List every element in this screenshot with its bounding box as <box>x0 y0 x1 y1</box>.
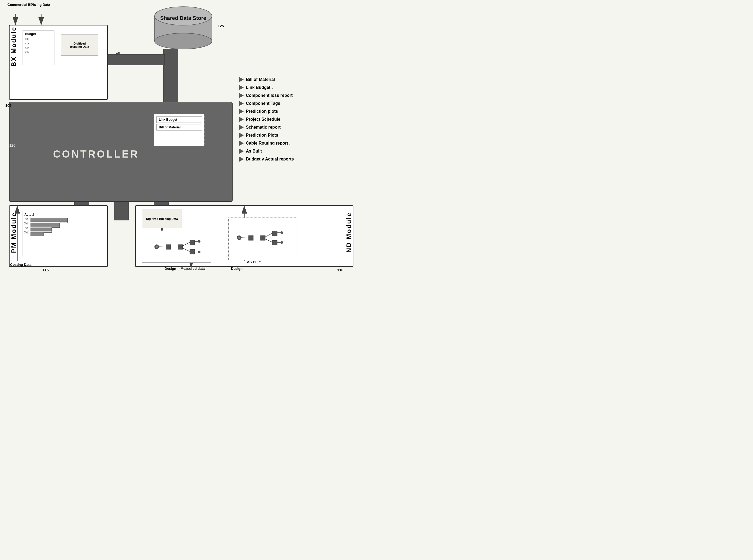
svg-point-35 <box>156 246 158 248</box>
link-bom-box: Link Budget Bill of Material <box>154 114 205 146</box>
svg-rect-50 <box>249 236 253 240</box>
svg-rect-31 <box>31 223 60 226</box>
output-arrow-4 <box>239 101 244 106</box>
svg-line-42 <box>159 247 166 247</box>
staircase-chart <box>30 218 73 241</box>
output-arrow-3 <box>239 93 244 98</box>
svg-line-45 <box>183 248 190 252</box>
ref-115: 115 <box>42 268 49 272</box>
output-list: Bill of Material Link Budget . Component… <box>239 77 366 164</box>
svg-rect-51 <box>260 236 265 240</box>
budget-row-3: xxx <box>25 45 52 50</box>
budget-row-4: xxx <box>25 50 52 54</box>
design-label-bottom: Design <box>165 266 176 271</box>
ref-125: 125 <box>218 24 224 28</box>
svg-line-59 <box>265 239 272 242</box>
output-arrow-11 <box>239 157 244 162</box>
svg-rect-12 <box>114 202 129 220</box>
svg-line-44 <box>183 242 190 246</box>
svg-point-29 <box>155 33 212 49</box>
svg-rect-8 <box>163 49 178 102</box>
output-item-6: Project Schedule <box>239 117 366 122</box>
svg-rect-30 <box>31 218 68 222</box>
output-label-4: Component Tags <box>246 101 280 106</box>
svg-rect-37 <box>178 245 183 249</box>
ref-120: 120 <box>9 143 15 147</box>
budget-title: Budget <box>25 32 52 36</box>
design-box <box>142 231 211 263</box>
actual-rows: yyy yyy yyy yyy <box>24 217 95 242</box>
output-label-1: Bill of Material <box>246 77 275 82</box>
output-label-10: As Built <box>246 149 262 154</box>
output-item-11: Budget v Actual reports <box>239 157 366 162</box>
actual-label-yyy-3: yyy <box>24 226 28 229</box>
svg-point-40 <box>198 240 200 243</box>
svg-line-56 <box>242 238 249 238</box>
svg-rect-32 <box>31 227 52 231</box>
svg-point-54 <box>281 231 283 234</box>
actual-label-yyy-2: yyy <box>24 221 28 224</box>
output-item-10: As Built <box>239 148 366 154</box>
svg-line-58 <box>265 233 272 237</box>
output-label-5: Prediction plots <box>246 109 278 114</box>
svg-marker-19 <box>198 215 206 225</box>
ref-105: 105 <box>5 103 12 108</box>
shared-data-store: Shared Data Store <box>154 5 212 48</box>
digitized-building-data-bx: DigitizedBuilding Data <box>61 35 98 56</box>
output-arrow-1 <box>239 77 244 82</box>
label-costing-data: Costing Data <box>10 263 31 267</box>
svg-point-55 <box>281 241 283 244</box>
data-store-label: Shared Data Store <box>154 15 212 21</box>
svg-rect-10 <box>108 54 165 65</box>
actual-title: Actual <box>24 213 95 217</box>
budget-row-1: xxx <box>25 37 52 41</box>
output-item-8: Prediction Plots <box>239 133 366 138</box>
svg-marker-9 <box>108 52 119 65</box>
output-arrow-9 <box>239 141 244 146</box>
nd-module-label: ND Module <box>345 212 353 253</box>
output-label-11: Budget v Actual reports <box>246 157 294 162</box>
output-label-2: Link Budget . <box>246 85 273 90</box>
diagram-container: { "title": "System Architecture Diagram"… <box>0 0 376 280</box>
output-label-3: Component loss report <box>246 93 293 98</box>
budget-box: Budget xxx xxx xxx xxx <box>23 31 54 65</box>
svg-rect-33 <box>31 233 44 236</box>
bx-module-label: BX Module <box>10 26 18 66</box>
svg-rect-39 <box>190 249 195 254</box>
pm-module-label: PM Module <box>10 212 18 253</box>
output-item-4: Component Tags <box>239 101 366 106</box>
label-design-bottom-nd: Design <box>231 266 243 271</box>
output-arrow-7 <box>239 125 244 130</box>
actual-label-yyy-1: yyy <box>24 217 28 220</box>
output-arrow-5 <box>239 109 244 114</box>
output-item-3: Component loss report <box>239 93 366 98</box>
digitized-building-data-nd: Digitized Building Data <box>142 209 182 228</box>
output-item-7: Schematic report <box>239 125 366 130</box>
output-label-8: Prediction Plots <box>246 133 278 138</box>
bill-material-inner: Bill of Material <box>156 124 202 131</box>
output-label-9: Cable Routing report . <box>246 141 290 146</box>
design-network-diagram <box>146 234 207 260</box>
svg-point-41 <box>198 251 200 253</box>
svg-point-49 <box>238 237 240 239</box>
asbuilt-label: AS-Built <box>247 260 260 264</box>
label-building-data: Building Data <box>28 3 50 7</box>
svg-rect-52 <box>272 231 277 236</box>
asbuilt-box <box>228 218 297 260</box>
asbuilt-network-diagram <box>229 218 295 259</box>
output-arrow-6 <box>239 117 244 122</box>
svg-rect-53 <box>272 240 277 245</box>
output-label-6: Project Schedule <box>246 117 281 122</box>
ref-110: 110 <box>337 268 343 272</box>
svg-rect-36 <box>166 245 171 249</box>
actual-chart: Actual yyy yyy yyy yyy <box>23 211 97 256</box>
link-budget-inner: Link Budget <box>156 117 202 123</box>
label-measured-data: Measured data <box>180 266 205 271</box>
output-item-1: Bill of Material <box>239 77 366 82</box>
controller-label: CONTROLLER <box>53 148 139 160</box>
actual-label-yyy-4: yyy <box>24 231 28 234</box>
output-arrow-10 <box>239 148 244 154</box>
output-label-7: Schematic report <box>246 125 281 130</box>
svg-rect-38 <box>190 240 195 245</box>
output-arrow-2 <box>239 85 244 90</box>
